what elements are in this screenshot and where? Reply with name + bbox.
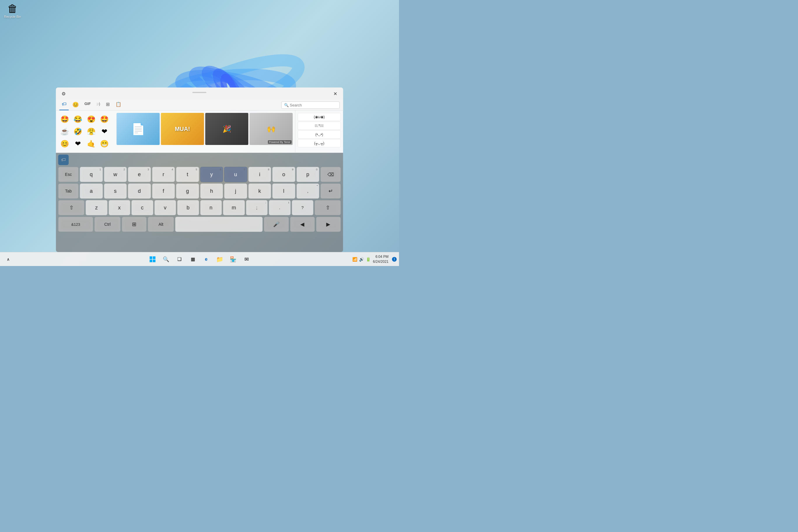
tab-clipboard[interactable]: 📋 — [113, 100, 124, 110]
key-l[interactable]: l — [272, 184, 296, 198]
key-ctrl[interactable]: Ctrl — [95, 217, 121, 232]
gif-item-1[interactable]: 📄 — [117, 113, 160, 145]
key-backspace[interactable]: ⌫ — [321, 167, 341, 182]
key-t[interactable]: t5 — [176, 167, 199, 182]
key-x[interactable]: x — [109, 200, 130, 215]
svg-rect-9 — [150, 259, 152, 262]
key-y[interactable]: y6 — [200, 167, 223, 182]
key-s[interactable]: s — [104, 184, 127, 198]
tab-emoji[interactable]: 🏷 — [59, 100, 69, 110]
key-right[interactable]: ▶ — [316, 217, 341, 232]
key-o[interactable]: o9 — [272, 167, 296, 182]
tab-smiley[interactable]: 😊 — [70, 100, 81, 110]
taskbar-chevron[interactable]: ∧ — [2, 253, 14, 265]
key-w[interactable]: w2 — [104, 167, 127, 182]
key-e[interactable]: e3 — [128, 167, 151, 182]
tab-gif[interactable]: GIF — [82, 100, 93, 110]
key-g[interactable]: g — [176, 184, 199, 198]
key-space[interactable] — [175, 217, 263, 232]
key-r[interactable]: r4 — [152, 167, 175, 182]
emoji-item[interactable]: ☕ — [59, 126, 71, 137]
key-shift-right[interactable]: ⇧ — [315, 200, 341, 215]
notification-badge[interactable]: 1 — [392, 257, 397, 262]
key-symbols[interactable]: &123 — [58, 217, 93, 232]
taskbar-widgets[interactable]: ▦ — [187, 253, 198, 265]
key-win[interactable]: ⊞ — [122, 217, 147, 232]
kaomoji-item-1[interactable]: (◉ω◉) — [298, 113, 341, 121]
key-q[interactable]: q1 — [80, 167, 103, 182]
gif-item-3[interactable]: 🎉 — [205, 113, 248, 145]
key-semicolon[interactable]: ;: — [246, 200, 268, 215]
emoji-item[interactable]: 🤙 — [86, 138, 97, 150]
picker-search-box[interactable]: 🔍 — [282, 101, 340, 109]
emoji-item[interactable]: ❤ — [99, 126, 110, 137]
taskbar-edge[interactable]: e — [201, 253, 212, 265]
key-m[interactable]: m — [223, 200, 245, 215]
key-comma-quote[interactable]: ," — [296, 184, 319, 198]
gif-section: 📄 MUA! 🎉 — [114, 111, 295, 153]
taskbar-mail[interactable]: ✉ — [241, 253, 252, 265]
key-tab[interactable]: Tab — [58, 184, 79, 198]
taskbar-start[interactable] — [147, 253, 158, 265]
emoji-picker: ⚙ ✕ 🏷 😊 GIF ;-) ⊞ 📋 🔍 — [56, 88, 343, 153]
key-mic[interactable]: 🎤 — [264, 217, 289, 232]
key-c[interactable]: c — [132, 200, 153, 215]
recycle-bin-image: 🗑 — [7, 3, 18, 15]
kaomoji-item-3[interactable]: (•◡•) — [298, 130, 341, 138]
taskbar-store[interactable]: 🏪 — [227, 253, 239, 265]
taskbar-search[interactable]: 🔍 — [160, 253, 172, 265]
taskbar-explorer[interactable]: 📁 — [214, 253, 226, 265]
kaomoji-item-2[interactable]: ☆ﾟ.*･｡ﾟ — [298, 121, 341, 130]
key-u[interactable]: u7 — [224, 167, 247, 182]
key-enter[interactable]: ↵ — [321, 184, 341, 198]
taskbar-battery-icon[interactable]: 🔋 — [366, 257, 371, 262]
drag-handle — [68, 92, 331, 95]
emoji-item[interactable]: 😤 — [86, 126, 97, 137]
key-left[interactable]: ◀ — [290, 217, 315, 232]
tab-kaomoji[interactable]: ;-) — [94, 100, 102, 110]
key-shift-left[interactable]: ⇧ — [58, 200, 84, 215]
key-b[interactable]: b — [177, 200, 199, 215]
key-question[interactable]: ? — [292, 200, 314, 215]
key-row-4: &123 Ctrl ⊞ Alt 🎤 ◀ ▶ — [58, 217, 341, 232]
kaomoji-item-4[interactable]: (╥◡╥) — [298, 139, 341, 147]
key-i[interactable]: i8 — [248, 167, 271, 182]
emoji-item[interactable]: 😊 — [59, 138, 71, 150]
key-v[interactable]: v — [154, 200, 176, 215]
key-period[interactable]: .! — [269, 200, 291, 215]
svg-rect-8 — [153, 256, 155, 259]
emoji-item[interactable]: 🤩 — [99, 113, 110, 125]
key-z[interactable]: z — [86, 200, 108, 215]
key-esc[interactable]: Esc — [58, 167, 79, 182]
gif-item-2[interactable]: MUA! — [161, 113, 204, 145]
key-k[interactable]: k — [248, 184, 271, 198]
gif-item-4[interactable]: 🙌 Powered By Tenor — [250, 113, 293, 145]
taskbar-wifi-icon[interactable]: 📶 — [352, 257, 357, 262]
key-f[interactable]: f — [152, 184, 175, 198]
key-h[interactable]: h — [200, 184, 223, 198]
emoji-item[interactable]: ❤ — [72, 138, 84, 150]
search-input[interactable] — [290, 103, 337, 107]
emoji-item[interactable]: 😂 — [72, 113, 84, 125]
key-alt[interactable]: Alt — [148, 217, 174, 232]
close-button[interactable]: ✕ — [331, 89, 340, 98]
picker-header: ⚙ ✕ — [56, 88, 343, 100]
recycle-bin-icon[interactable]: 🗑 Recycle Bin — [2, 1, 23, 20]
key-j[interactable]: j — [224, 184, 247, 198]
kaomoji-section: (◉ω◉) ☆ﾟ.*･｡ﾟ (•◡•) (╥◡╥) — [295, 111, 343, 153]
tab-symbols[interactable]: ⊞ — [103, 100, 112, 110]
settings-button[interactable]: ⚙ — [59, 90, 68, 98]
emoji-item[interactable]: 😁 — [99, 138, 110, 150]
emoji-item[interactable]: 🤩 — [59, 113, 71, 125]
key-n[interactable]: n — [200, 200, 222, 215]
emoji-item[interactable]: 🤣 — [72, 126, 84, 137]
taskbar-clock[interactable]: 6:04 PM 6/24/2021 — [373, 254, 388, 264]
taskbar-taskview[interactable]: ❑ — [173, 253, 185, 265]
emoji-item[interactable]: 😍 — [86, 113, 97, 125]
desktop: 🗑 Recycle Bin ⚙ ✕ 🏷 😊 GIF ;-) ⊞ — [0, 0, 399, 266]
key-a[interactable]: a — [80, 184, 103, 198]
emoji-grid: 🤩 😂 😍 🤩 ☕ 🤣 😤 ❤ 😊 ❤ 🤙 😁 — [59, 113, 111, 150]
taskbar-volume-icon[interactable]: 🔊 — [359, 257, 364, 262]
key-p[interactable]: p0 — [296, 167, 319, 182]
key-d[interactable]: d — [128, 184, 151, 198]
